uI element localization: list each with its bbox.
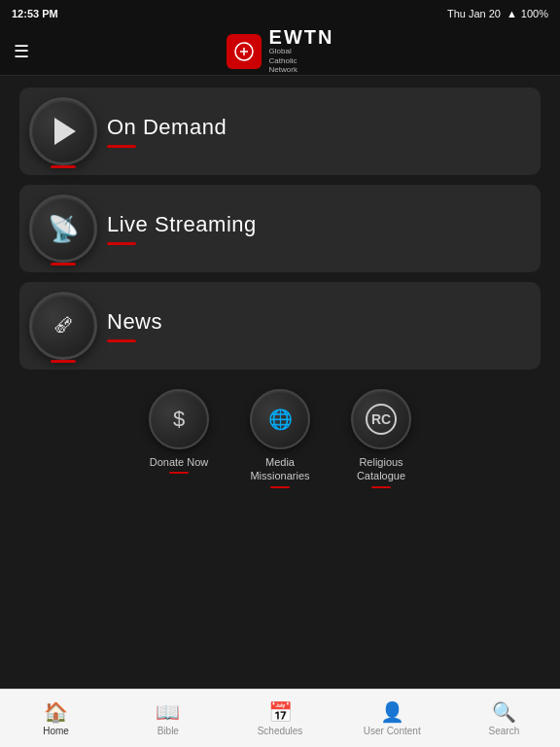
on-demand-circle	[29, 97, 97, 165]
nav-search-label: Search	[489, 726, 520, 736]
on-demand-label: On Demand	[107, 115, 521, 140]
religious-catalogue-label: ReligiousCatalogue	[357, 455, 405, 483]
nav-schedules-label: Schedules	[258, 726, 303, 736]
logo-text: EWTN GlobalCatholicNetwork	[269, 27, 334, 75]
nav-home-label: Home	[43, 726, 69, 736]
globe-icon: 🌐	[268, 408, 293, 431]
live-streaming-button[interactable]: 📡 Live Streaming	[19, 185, 541, 272]
logo-subtitle: GlobalCatholicNetwork	[269, 47, 334, 75]
donate-circle: $	[149, 389, 209, 449]
wifi-icon: ▲	[507, 8, 517, 19]
status-time: 12:53 PM	[12, 8, 58, 19]
on-demand-icon-wrap	[19, 88, 107, 175]
signal-icon: 📡	[48, 214, 79, 244]
donate-label: Donate Now	[150, 455, 209, 469]
status-right: Thu Jan 20 ▲ 100%	[447, 8, 548, 19]
live-streaming-circle: 📡	[29, 195, 97, 263]
live-streaming-label: Live Streaming	[107, 212, 521, 237]
news-label: News	[107, 309, 521, 335]
nav-home[interactable]: 🏠 Home	[0, 690, 112, 747]
live-streaming-icon-wrap: 📡	[19, 185, 107, 272]
battery-icon: 100%	[521, 8, 548, 19]
bottom-nav: 🏠 Home 📖 Bible 📅 Schedules 👤 User Conten…	[0, 689, 560, 747]
search-icon: 🔍	[492, 700, 516, 724]
on-demand-label-wrap: On Demand	[107, 115, 521, 148]
on-demand-button[interactable]: On Demand	[19, 88, 541, 175]
status-bar: 12:53 PM Thu Jan 20 ▲ 100%	[0, 0, 560, 27]
live-streaming-label-wrap: Live Streaming	[107, 212, 521, 245]
news-underline	[107, 339, 136, 342]
nav-user-content[interactable]: 👤 User Content	[336, 690, 448, 747]
news-circle: 🗞	[29, 292, 97, 360]
religious-catalogue-underline	[371, 486, 391, 488]
media-missionaries-button[interactable]: 🌐 MediaMissionaries	[237, 389, 323, 488]
donate-underline	[169, 472, 189, 474]
status-icons: ▲ 100%	[507, 8, 548, 19]
live-streaming-underline	[107, 242, 136, 245]
status-date: Thu Jan 20	[447, 8, 501, 19]
religious-catalogue-button[interactable]: RC ReligiousCatalogue	[338, 389, 424, 488]
religious-catalogue-circle: RC	[351, 389, 411, 449]
rc-icon: RC	[366, 404, 397, 435]
logo: EWTN GlobalCatholicNetwork	[227, 27, 334, 75]
nav-schedules[interactable]: 📅 Schedules	[224, 690, 335, 747]
header: ☰ EWTN GlobalCatholicNetwork	[0, 27, 560, 76]
logo-icon	[227, 34, 262, 69]
media-missionaries-circle: 🌐	[250, 389, 310, 449]
news-icon-wrap: 🗞	[19, 282, 107, 370]
news-button[interactable]: 🗞 News	[19, 282, 541, 370]
media-missionaries-label: MediaMissionaries	[250, 455, 309, 483]
main-content: On Demand 📡 Live Streaming 🗞 News	[0, 76, 560, 500]
nav-bible[interactable]: 📖 Bible	[112, 690, 224, 747]
nav-bible-label: Bible	[158, 726, 179, 736]
user-content-icon: 👤	[380, 700, 404, 724]
bible-icon: 📖	[156, 700, 180, 724]
news-label-wrap: News	[107, 309, 521, 342]
dollar-icon: $	[173, 407, 185, 432]
nav-user-content-label: User Content	[364, 726, 421, 736]
media-missionaries-underline	[270, 486, 290, 488]
schedules-icon: 📅	[268, 700, 293, 724]
donate-button[interactable]: $ Donate Now	[136, 389, 222, 488]
hamburger-menu[interactable]: ☰	[14, 41, 29, 62]
news-icon: 🗞	[52, 313, 74, 338]
small-buttons-row: $ Donate Now 🌐 MediaMissionaries RC Reli…	[19, 379, 541, 492]
on-demand-underline	[107, 145, 136, 148]
logo-ewtn: EWTN	[269, 27, 334, 47]
play-icon	[54, 118, 76, 145]
home-icon: 🏠	[44, 700, 68, 724]
nav-search[interactable]: 🔍 Search	[448, 690, 560, 747]
